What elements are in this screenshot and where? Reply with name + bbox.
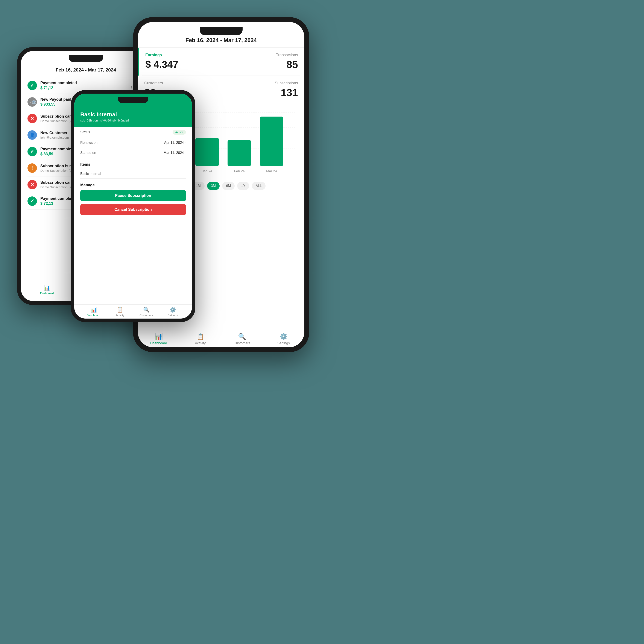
- p2-settings-icon: ⚙️: [170, 307, 176, 313]
- phone3-notch: [200, 27, 243, 35]
- p2-nav-settings[interactable]: ⚙️ Settings: [159, 307, 186, 317]
- transactions-label: Transactions: [228, 53, 298, 57]
- phone1-date-header: Feb 16, 2024 - Mar 17, 2024: [27, 64, 144, 77]
- p2-activity-icon: 📋: [117, 307, 123, 313]
- nav-dashboard-label: Dashboard: [40, 292, 54, 295]
- p2-nav-dashboard[interactable]: 📊 Dashboard: [80, 307, 107, 317]
- filter-1y[interactable]: 1Y: [237, 182, 249, 190]
- dashboard-icon: 📊: [44, 285, 50, 291]
- p3-nav-activity-label: Activity: [195, 341, 206, 345]
- started-row: Started on Mar 11, 2024 -: [80, 148, 186, 158]
- stats-grid: Earnings $ 4.347 Transactions 85: [138, 48, 304, 76]
- activity-icon-warning: !: [27, 163, 37, 173]
- filter-all[interactable]: ALL: [252, 182, 266, 190]
- phone1-notch: [69, 55, 103, 62]
- svg-rect-12: [195, 138, 219, 166]
- svg-text:Jan 24: Jan 24: [202, 169, 212, 173]
- svg-text:Mar 24: Mar 24: [266, 169, 277, 173]
- transactions-value: 85: [228, 59, 298, 70]
- items-section-title: Items: [80, 162, 186, 167]
- p3-nav-customers-label: Customers: [234, 341, 250, 345]
- phone3-bottom-nav: 📊 Dashboard 📋 Activity 🔍 Customers ⚙️ Se…: [138, 329, 304, 347]
- p3-nav-dashboard-label: Dashboard: [150, 341, 167, 345]
- item-name: Basic Internal: [80, 169, 186, 179]
- p3-nav-activity[interactable]: 📋 Activity: [179, 333, 221, 345]
- renews-label: Renews on: [80, 141, 97, 145]
- earnings-block: Earnings $ 4.347: [138, 48, 221, 76]
- activity-icon-payout: →🏦: [27, 97, 37, 107]
- subscriptions-block: Subscriptions 131: [221, 76, 304, 104]
- activity-icon-cancel-2: ✕: [27, 180, 37, 189]
- subscription-id: sub_01hrppnmsfk0p86nsbh3y0ndzd: [80, 119, 186, 122]
- renews-row: Renews on Apr 11, 2024 -: [80, 138, 186, 148]
- manage-section-title: Manage: [80, 183, 186, 187]
- activity-icon-checkmark-2: ✓: [27, 147, 37, 156]
- svg-text:Feb 24: Feb 24: [234, 169, 245, 173]
- p3-nav-settings-label: Settings: [277, 341, 290, 345]
- phone2-bottom-nav: 📊 Dashboard 📋 Activity 🔍 Customers ⚙️ Se…: [74, 304, 192, 319]
- phone-subscription: Basic Internal sub_01hrppnmsfk0p86nsbh3y…: [71, 90, 195, 322]
- phone2-notch: [118, 97, 148, 103]
- activity-title-1: Payment completed: [40, 81, 127, 85]
- activity-icon-checkmark-3: ✓: [27, 196, 37, 206]
- p2-dashboard-icon: 📊: [90, 307, 97, 313]
- earnings-label: Earnings: [145, 53, 215, 57]
- p2-nav-customers-label: Customers: [140, 314, 153, 317]
- p3-activity-icon: 📋: [196, 333, 204, 340]
- p3-dashboard-icon: 📊: [155, 333, 163, 340]
- p2-nav-dashboard-label: Dashboard: [87, 314, 100, 317]
- cancel-subscription-button[interactable]: Cancel Subscription: [80, 204, 186, 215]
- status-row: Status Active: [80, 127, 186, 138]
- pause-subscription-button[interactable]: Pause Subscription: [80, 190, 186, 201]
- p3-nav-dashboard[interactable]: 📊 Dashboard: [138, 333, 179, 345]
- customers-label: Customers: [144, 81, 215, 85]
- started-label: Started on: [80, 151, 96, 155]
- filter-6m[interactable]: 6M: [222, 182, 235, 190]
- status-value: Active: [173, 130, 186, 135]
- p2-customers-icon: 🔍: [143, 307, 150, 313]
- activity-icon-customer: 👤: [27, 130, 37, 140]
- subscription-title: Basic Internal: [80, 111, 186, 118]
- svg-rect-16: [260, 117, 283, 166]
- started-value: Mar 11, 2024 -: [164, 151, 186, 155]
- nav-dashboard[interactable]: 📊 Dashboard: [27, 285, 66, 295]
- subscriptions-value: 131: [228, 87, 298, 99]
- activity-icon-cancel-1: ✕: [27, 114, 37, 123]
- activity-info-1: Payment completed $ 71,12: [40, 81, 127, 90]
- status-label: Status: [80, 130, 90, 134]
- p2-nav-customers[interactable]: 🔍 Customers: [133, 307, 159, 317]
- activity-icon-checkmark-1: ✓: [27, 81, 37, 90]
- p3-nav-settings[interactable]: ⚙️ Settings: [263, 333, 304, 345]
- p2-nav-settings-label: Settings: [168, 314, 178, 317]
- p3-settings-icon: ⚙️: [280, 333, 288, 340]
- p3-customers-icon: 🔍: [238, 333, 246, 340]
- transactions-block: Transactions 85: [221, 48, 304, 76]
- earnings-value: $ 4.347: [145, 59, 215, 70]
- filter-3m[interactable]: 3M: [207, 182, 220, 190]
- subscriptions-label: Subscriptions: [228, 81, 298, 85]
- phone2-screen: Basic Internal sub_01hrppnmsfk0p86nsbh3y…: [74, 94, 192, 319]
- p2-nav-activity[interactable]: 📋 Activity: [107, 307, 133, 317]
- renews-value: Apr 11, 2024 -: [164, 141, 186, 145]
- p2-nav-activity-label: Activity: [115, 314, 124, 317]
- svg-rect-14: [228, 140, 251, 166]
- activity-amount-1: $ 71,12: [40, 86, 127, 90]
- p3-nav-customers[interactable]: 🔍 Customers: [221, 333, 263, 345]
- phone2-details: Status Active Renews on Apr 11, 2024 - S…: [74, 127, 192, 304]
